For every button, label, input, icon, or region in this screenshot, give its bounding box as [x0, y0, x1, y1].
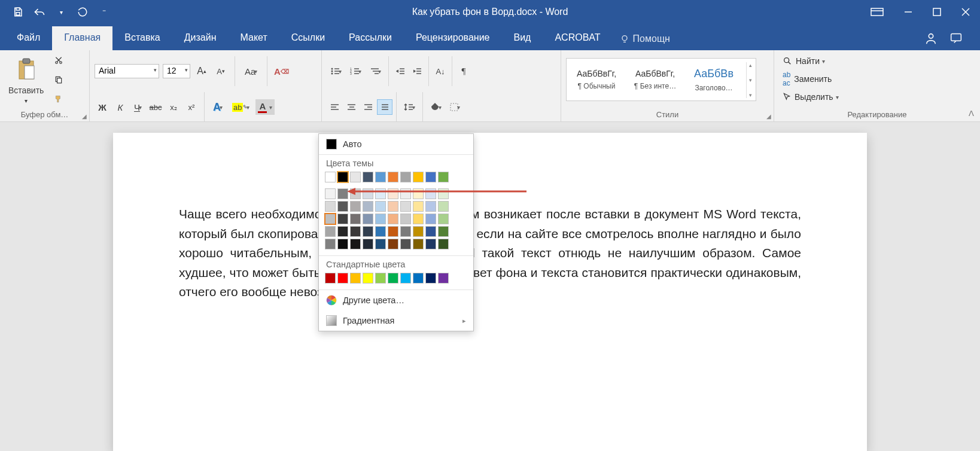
- color-swatch[interactable]: [438, 239, 449, 249]
- color-swatch[interactable]: [363, 214, 373, 224]
- color-swatch[interactable]: [413, 172, 424, 182]
- font-color-button[interactable]: A▾: [255, 99, 275, 115]
- text-effects-button[interactable]: A▾: [209, 99, 226, 115]
- paste-dropdown-icon[interactable]: ▾: [21, 97, 31, 104]
- save-icon[interactable]: [10, 4, 26, 20]
- styles-dialog-launcher-icon[interactable]: ◢: [766, 113, 771, 120]
- color-swatch[interactable]: [363, 172, 373, 182]
- color-swatch[interactable]: [325, 273, 336, 284]
- clear-formatting-button[interactable]: A⌫: [273, 63, 289, 79]
- color-swatch[interactable]: [375, 172, 386, 182]
- color-swatch[interactable]: [413, 273, 424, 284]
- color-swatch[interactable]: [363, 273, 373, 284]
- color-swatch[interactable]: [388, 239, 398, 249]
- font-size-combo[interactable]: 12▾: [163, 64, 190, 78]
- color-swatch[interactable]: [425, 201, 436, 212]
- color-swatch[interactable]: [325, 214, 336, 224]
- subscript-button[interactable]: x₂: [166, 99, 181, 115]
- style-normal[interactable]: АаБбВвГг, ¶ Обычный: [570, 62, 623, 97]
- color-swatch[interactable]: [325, 239, 336, 249]
- tab-acrobat[interactable]: ACROBAT: [543, 26, 612, 50]
- paste-button[interactable]: [13, 55, 40, 84]
- color-swatch[interactable]: [400, 273, 411, 284]
- color-swatch[interactable]: [325, 201, 336, 212]
- change-case-button[interactable]: Aa▾: [241, 65, 261, 78]
- color-swatch[interactable]: [413, 201, 424, 212]
- color-swatch[interactable]: [375, 214, 386, 224]
- color-swatch[interactable]: [337, 273, 348, 284]
- clipboard-dialog-launcher-icon[interactable]: ◢: [82, 113, 87, 120]
- color-swatch[interactable]: [337, 201, 348, 212]
- ribbon-options-icon[interactable]: [860, 0, 894, 24]
- copy-icon[interactable]: [51, 72, 66, 87]
- color-swatch[interactable]: [337, 226, 348, 237]
- color-swatch[interactable]: [363, 201, 373, 212]
- comments-icon[interactable]: [949, 31, 963, 45]
- color-swatch[interactable]: [363, 239, 373, 249]
- undo-icon[interactable]: [31, 4, 48, 20]
- color-swatch[interactable]: [337, 214, 348, 224]
- multilevel-list-button[interactable]: ▾: [366, 65, 385, 77]
- color-swatch[interactable]: [425, 188, 436, 199]
- align-right-button[interactable]: [360, 99, 376, 115]
- select-button[interactable]: Выделить ▾: [779, 91, 842, 103]
- color-auto[interactable]: Авто: [319, 134, 473, 154]
- replace-button[interactable]: abac Заменить: [779, 69, 835, 89]
- share-icon[interactable]: [924, 31, 938, 45]
- color-swatch[interactable]: [388, 214, 398, 224]
- align-center-button[interactable]: [343, 99, 359, 115]
- format-painter-icon[interactable]: [51, 91, 66, 106]
- color-swatch[interactable]: [388, 226, 398, 237]
- color-swatch[interactable]: [425, 273, 436, 284]
- sort-button[interactable]: A↓: [433, 63, 448, 79]
- color-swatch[interactable]: [337, 239, 348, 249]
- color-swatch[interactable]: [400, 188, 411, 199]
- color-swatch[interactable]: [375, 273, 386, 284]
- styles-up-icon[interactable]: ▴: [749, 62, 752, 68]
- color-swatch[interactable]: [337, 172, 348, 182]
- color-swatch[interactable]: [400, 214, 411, 224]
- customize-qat-icon[interactable]: ⁼: [96, 4, 112, 20]
- tab-view[interactable]: Вид: [501, 26, 543, 50]
- color-swatch[interactable]: [375, 239, 386, 249]
- color-swatch[interactable]: [388, 188, 398, 199]
- color-swatch[interactable]: [413, 239, 424, 249]
- superscript-button[interactable]: x²: [184, 99, 199, 115]
- color-swatch[interactable]: [350, 226, 361, 237]
- color-swatch[interactable]: [388, 201, 398, 212]
- color-swatch[interactable]: [375, 201, 386, 212]
- align-justify-button[interactable]: [377, 99, 392, 115]
- color-swatch[interactable]: [438, 273, 449, 284]
- color-swatch[interactable]: [325, 188, 336, 199]
- color-swatch[interactable]: [413, 214, 424, 224]
- color-swatch[interactable]: [438, 226, 449, 237]
- show-marks-button[interactable]: ¶: [456, 63, 471, 79]
- grow-font-button[interactable]: A▴: [194, 63, 209, 79]
- color-swatch[interactable]: [363, 188, 373, 199]
- tab-references[interactable]: Ссылки: [279, 26, 337, 50]
- shading-button[interactable]: ▾: [427, 100, 445, 114]
- tab-review[interactable]: Рецензирование: [404, 26, 502, 50]
- color-swatch[interactable]: [400, 172, 411, 182]
- style-heading1[interactable]: АаБбВв Заголово…: [687, 62, 740, 97]
- color-swatch[interactable]: [425, 226, 436, 237]
- numbering-button[interactable]: 123▾: [346, 65, 365, 77]
- color-swatch[interactable]: [425, 239, 436, 249]
- strikethrough-button[interactable]: abc: [148, 99, 163, 115]
- color-swatch[interactable]: [363, 226, 373, 237]
- color-swatch[interactable]: [438, 172, 449, 182]
- tab-home[interactable]: Главная: [52, 26, 112, 50]
- tab-design[interactable]: Дизайн: [172, 26, 229, 50]
- shrink-font-button[interactable]: A▾: [213, 63, 229, 79]
- color-swatch[interactable]: [325, 226, 336, 237]
- highlight-button[interactable]: ab✎▾: [229, 101, 253, 114]
- maximize-icon[interactable]: [923, 0, 951, 24]
- color-swatch[interactable]: [388, 273, 398, 284]
- color-swatch[interactable]: [438, 201, 449, 212]
- font-name-combo[interactable]: Arial▾: [95, 64, 159, 78]
- color-swatch[interactable]: [375, 226, 386, 237]
- line-spacing-button[interactable]: ▾: [400, 101, 419, 113]
- color-swatch[interactable]: [375, 188, 386, 199]
- color-swatch[interactable]: [425, 214, 436, 224]
- minimize-icon[interactable]: [894, 0, 923, 24]
